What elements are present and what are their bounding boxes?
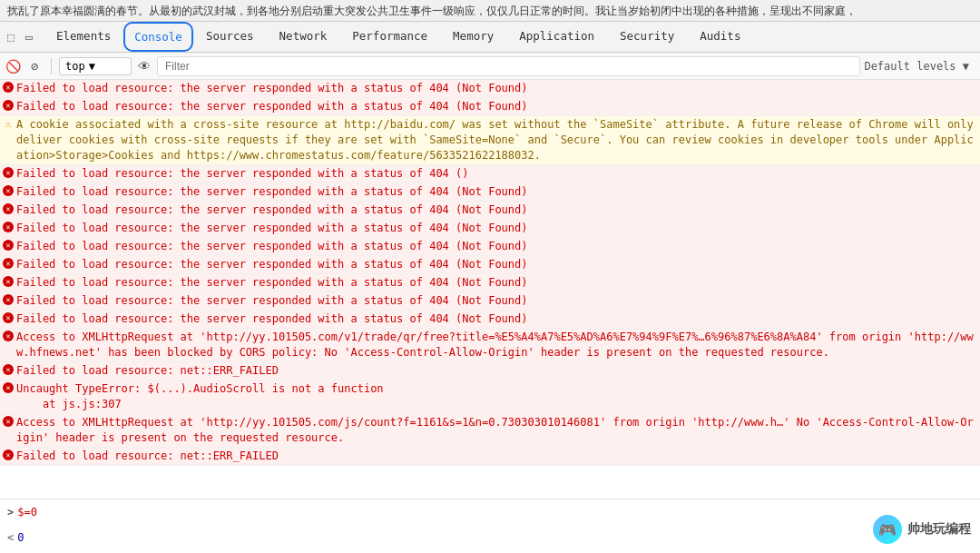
- console-line: ✕Failed to load resource: the server res…: [0, 165, 980, 183]
- tab-audits[interactable]: Audits: [687, 22, 753, 52]
- watermark: 🎮 帅地玩编程: [873, 515, 971, 544]
- console-line: ✕Failed to load resource: the server res…: [0, 292, 980, 311]
- console-line: ✕Failed to load resource: the server res…: [0, 202, 980, 220]
- console-line-text: Failed to load resource: the server resp…: [16, 221, 976, 236]
- tab-network[interactable]: Network: [267, 22, 340, 52]
- context-selector[interactable]: top ▼: [59, 57, 132, 75]
- console-line-text: Access to XMLHttpRequest at 'http://yy.1…: [16, 330, 976, 360]
- console-line-text: Failed to load resource: the server resp…: [16, 202, 976, 218]
- tab-memory[interactable]: Memory: [440, 22, 506, 52]
- console-line: ✕Failed to load resource: the server res…: [0, 256, 980, 274]
- output-value: 0: [17, 528, 24, 547]
- console-output: ✕Failed to load resource: the server res…: [0, 80, 980, 499]
- error-icon: ✕: [3, 364, 14, 375]
- tab-sources[interactable]: Sources: [193, 22, 267, 52]
- console-toolbar: 🚫 ⊘ top ▼ 👁 Default levels ▼: [0, 53, 980, 80]
- watermark-text: 帅地玩编程: [907, 521, 971, 538]
- console-line-text: Failed to load resource: the server resp…: [16, 81, 976, 96]
- console-output-line: < 0: [0, 525, 980, 550]
- console-line-text: Failed to load resource: the server resp…: [16, 311, 976, 327]
- console-line: ✕Failed to load resource: the server res…: [0, 80, 980, 98]
- filter-input[interactable]: [157, 56, 860, 76]
- error-icon: ✕: [3, 82, 14, 93]
- devtools-tab-icons: ⬚ ▭: [4, 30, 36, 44]
- error-icon: ✕: [3, 240, 14, 251]
- warn-icon: ⚠: [3, 118, 14, 129]
- error-icon: ✕: [3, 167, 14, 178]
- console-line-text: Failed to load resource: the server resp…: [16, 239, 976, 254]
- devtools-tabs: ⬚ ▭ Elements Console Sources Network Per…: [0, 22, 980, 53]
- clear-console-icon[interactable]: 🚫: [4, 57, 22, 75]
- error-icon: ✕: [3, 100, 14, 111]
- console-line: ✕Uncaught TypeError: $(...).AudioScroll …: [0, 380, 980, 414]
- console-line-text: Failed to load resource: the server resp…: [16, 275, 976, 291]
- console-line-text: A cookie associated with a cross-site re…: [16, 117, 976, 163]
- toolbar-divider: [51, 58, 52, 74]
- error-icon: ✕: [3, 312, 14, 323]
- device-icon[interactable]: ▭: [22, 30, 36, 44]
- error-icon: ✕: [3, 331, 14, 341]
- output-chevron: <: [7, 528, 14, 547]
- console-line: ✕Failed to load resource: the server res…: [0, 274, 980, 292]
- tab-performance[interactable]: Performance: [339, 22, 440, 52]
- error-icon: ✕: [3, 258, 14, 269]
- console-line-text: Failed to load resource: net::ERR_FAILED: [16, 449, 976, 464]
- inspect-icon[interactable]: ⬚: [4, 30, 18, 44]
- default-levels[interactable]: Default levels ▼: [864, 60, 976, 73]
- console-line: ✕Failed to load resource: net::ERR_FAILE…: [0, 362, 980, 380]
- console-line-text: Access to XMLHttpRequest at 'http://yy.1…: [16, 415, 976, 446]
- input-prompt: >: [7, 503, 14, 521]
- error-icon: ✕: [3, 294, 14, 305]
- console-line-text: Failed to load resource: the server resp…: [16, 293, 976, 309]
- console-line: ✕Failed to load resource: the server res…: [0, 220, 980, 238]
- input-value: $=0: [17, 503, 37, 521]
- error-icon: ✕: [3, 449, 14, 460]
- console-result-line: > $=0: [0, 499, 980, 525]
- tab-console[interactable]: Console: [123, 22, 193, 52]
- console-line: ✕Access to XMLHttpRequest at 'http://yy.…: [0, 414, 980, 448]
- error-icon: ✕: [3, 185, 14, 196]
- console-line-text: Failed to load resource: the server resp…: [16, 184, 976, 200]
- top-banner: 扰乱了原本幸福圆满的春节。从最初的武汉封城，到各地分别启动重大突发公共卫生事件一…: [0, 0, 980, 22]
- console-line-text: Failed to load resource: the server resp…: [16, 257, 976, 272]
- console-line: ✕Failed to load resource: net::ERR_FAILE…: [0, 448, 980, 466]
- tab-elements[interactable]: Elements: [44, 22, 123, 52]
- console-line-text: Failed to load resource: the server resp…: [16, 99, 976, 114]
- console-line: ✕Failed to load resource: the server res…: [0, 238, 980, 256]
- filter-icon[interactable]: ⊘: [25, 57, 44, 75]
- error-icon: ✕: [3, 222, 14, 232]
- console-line-text: Failed to load resource: net::ERR_FAILED: [16, 363, 976, 379]
- error-icon: ✕: [3, 382, 14, 393]
- console-line: ⚠A cookie associated with a cross-site r…: [0, 116, 980, 165]
- tab-security[interactable]: Security: [607, 22, 687, 52]
- console-line: ✕Access to XMLHttpRequest at 'http://yy.…: [0, 329, 980, 362]
- watermark-icon: 🎮: [873, 515, 902, 544]
- error-icon: ✕: [3, 276, 14, 287]
- console-line: ✕Failed to load resource: the server res…: [0, 183, 980, 202]
- console-line-text: Uncaught TypeError: $(...).AudioScroll i…: [16, 381, 976, 412]
- eye-icon[interactable]: 👁: [135, 57, 153, 75]
- context-dropdown-icon: ▼: [89, 60, 95, 73]
- console-line-text: Failed to load resource: the server resp…: [16, 166, 976, 182]
- tab-application[interactable]: Application: [506, 22, 607, 52]
- error-icon: ✕: [3, 203, 14, 214]
- error-icon: ✕: [3, 416, 14, 427]
- console-line: ✕Failed to load resource: the server res…: [0, 98, 980, 116]
- console-bottom: > $=0 < 0: [0, 499, 980, 553]
- console-line: ✕Failed to load resource: the server res…: [0, 311, 980, 329]
